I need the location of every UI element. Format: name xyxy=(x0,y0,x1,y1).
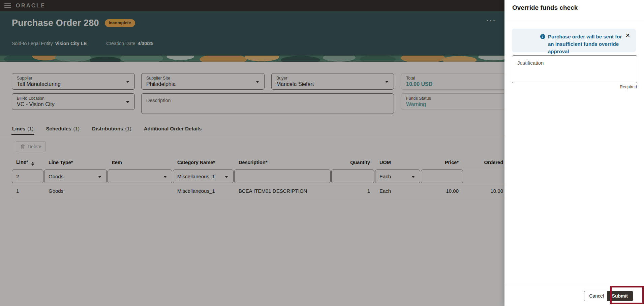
info-banner: i Purchase order will be sent for an ins… xyxy=(512,29,636,52)
cancel-button[interactable]: Cancel xyxy=(584,291,609,301)
info-icon: i xyxy=(540,34,545,39)
drawer-title: Override funds check xyxy=(512,4,578,11)
close-icon[interactable]: ✕ xyxy=(625,33,630,38)
app-window: ORACLE Purchase Order 280 Incomplete ···… xyxy=(0,0,644,306)
justification-field xyxy=(512,55,637,83)
override-funds-check-drawer: Override funds check i Purchase order wi… xyxy=(504,0,644,306)
modal-scrim xyxy=(0,0,504,306)
info-message: Purchase order will be sent for an insuf… xyxy=(548,33,626,52)
justification-textarea[interactable] xyxy=(512,55,637,83)
required-label: Required xyxy=(620,85,637,89)
divider xyxy=(504,20,644,20)
divider xyxy=(504,285,644,285)
submit-button[interactable]: Submit xyxy=(607,291,633,301)
